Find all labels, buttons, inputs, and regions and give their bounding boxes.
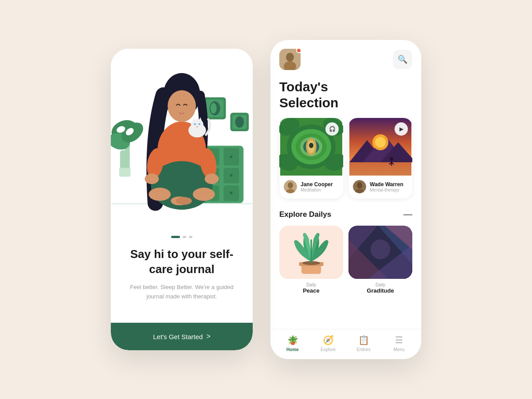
daily-peace-image bbox=[279, 226, 343, 279]
dot-active bbox=[171, 236, 180, 238]
explore-toggle[interactable]: — bbox=[403, 209, 412, 219]
dot-3 bbox=[189, 236, 192, 238]
svg-point-76 bbox=[390, 157, 393, 160]
jane-name: Jane Cooper bbox=[301, 181, 333, 188]
app-header: 🔍 bbox=[270, 40, 421, 74]
card-image-wade: ▶ bbox=[348, 118, 412, 176]
search-button[interactable]: 🔍 bbox=[393, 50, 412, 69]
svg-point-17 bbox=[230, 156, 232, 158]
explore-icon: 🧭 bbox=[323, 335, 334, 345]
right-phone-inner: 🔍 Today'sSelection bbox=[270, 40, 421, 359]
selection-card-wade[interactable]: ▶ Wade Warren bbox=[348, 118, 412, 199]
svg-point-81 bbox=[357, 182, 362, 188]
gratitude-illustration bbox=[348, 226, 412, 279]
todays-selection-title: Today'sSelection bbox=[279, 79, 412, 111]
nav-home[interactable]: 🪴 Home bbox=[281, 335, 305, 352]
svg-point-47 bbox=[194, 123, 196, 125]
selection-card-jane[interactable]: 🎧 Jane Cooper bbox=[279, 118, 343, 199]
peace-illustration bbox=[279, 226, 343, 279]
svg-point-40 bbox=[145, 173, 159, 184]
headphones-icon: 🎧 bbox=[325, 122, 339, 136]
jane-text: Jane Cooper Meditation bbox=[301, 181, 333, 192]
svg-point-94 bbox=[371, 239, 390, 259]
svg-point-34 bbox=[149, 188, 171, 201]
pagination bbox=[123, 236, 240, 238]
wade-category: Mental-therapy bbox=[370, 188, 403, 192]
nav-menu[interactable]: ☰ Menu bbox=[387, 335, 411, 352]
home-icon: 🪴 bbox=[287, 335, 298, 345]
daily-gratitude-name: Graditude bbox=[348, 287, 412, 294]
selection-cards-row: 🎧 Jane Cooper bbox=[279, 118, 412, 199]
wade-name: Wade Warren bbox=[370, 181, 403, 188]
entries-icon: 📋 bbox=[358, 335, 369, 345]
nav-explore[interactable]: 🧭 Explore bbox=[316, 335, 340, 352]
svg-point-41 bbox=[205, 173, 219, 184]
daily-gratitude-sub: Daily bbox=[348, 282, 412, 287]
onboarding-subtitle: Feel better. Sleep Better. We're a guide… bbox=[123, 283, 240, 301]
svg-point-25 bbox=[211, 103, 217, 113]
get-started-button[interactable]: Let's Get Started > bbox=[153, 332, 210, 340]
home-label: Home bbox=[286, 347, 299, 352]
section-heading-area: Today'sSelection bbox=[270, 74, 421, 118]
bottom-navigation: 🪴 Home 🧭 Explore 📋 Entires ☰ Menu bbox=[270, 329, 421, 359]
svg-point-37 bbox=[176, 197, 192, 205]
daily-gratitude-image bbox=[348, 226, 412, 279]
svg-point-49 bbox=[196, 126, 198, 128]
scroll-area[interactable]: 🎧 Jane Cooper bbox=[270, 118, 421, 329]
svg-point-21 bbox=[230, 192, 232, 194]
svg-point-28 bbox=[235, 116, 244, 128]
card-info-wade: Wade Warren Mental-therapy bbox=[348, 176, 412, 199]
nav-entries[interactable]: 📋 Entires bbox=[352, 335, 376, 352]
menu-icon: ☰ bbox=[395, 335, 403, 345]
card-image-jane: 🎧 bbox=[279, 118, 343, 176]
jane-category: Meditation bbox=[301, 188, 333, 192]
meditation-illustration bbox=[111, 49, 253, 225]
svg-point-42 bbox=[168, 90, 196, 122]
entries-label: Entires bbox=[356, 347, 370, 352]
cta-arrow-icon: > bbox=[206, 332, 210, 340]
play-icon[interactable]: ▶ bbox=[395, 122, 408, 136]
svg-point-35 bbox=[193, 188, 215, 201]
daily-cards-row: Daily Peace bbox=[279, 226, 412, 296]
svg-point-48 bbox=[198, 123, 200, 125]
daily-gratitude-label: Daily Graditude bbox=[348, 279, 412, 296]
notification-dot bbox=[296, 48, 301, 53]
onboarding-title: Say hi to your self-care journal bbox=[123, 247, 240, 277]
app-container: Say hi to your self-care journal Feel be… bbox=[0, 0, 532, 399]
jane-avatar bbox=[284, 180, 297, 193]
daily-card-peace[interactable]: Daily Peace bbox=[279, 226, 343, 296]
svg-point-61 bbox=[309, 143, 313, 148]
main-app-phone: 🔍 Today'sSelection bbox=[270, 40, 421, 359]
wade-avatar bbox=[353, 180, 366, 193]
user-avatar-wrapper[interactable] bbox=[279, 49, 301, 70]
left-phone-content: Say hi to your self-care journal Feel be… bbox=[111, 225, 253, 323]
cta-area[interactable]: Let's Get Started > bbox=[111, 323, 253, 350]
svg-point-74 bbox=[375, 137, 386, 148]
explore-label: Explore bbox=[321, 347, 336, 352]
illustration-area bbox=[111, 49, 253, 225]
daily-peace-name: Peace bbox=[279, 287, 343, 294]
svg-rect-75 bbox=[349, 162, 411, 176]
svg-point-67 bbox=[288, 182, 293, 188]
cta-label: Let's Get Started bbox=[153, 333, 203, 340]
svg-point-51 bbox=[286, 53, 294, 62]
daily-card-gratitude[interactable]: Daily Graditude bbox=[348, 226, 412, 296]
wade-text: Wade Warren Mental-therapy bbox=[370, 181, 403, 192]
explore-dailys-title: Explore Dailys bbox=[279, 210, 331, 219]
search-icon: 🔍 bbox=[398, 55, 407, 64]
svg-rect-3 bbox=[119, 168, 131, 177]
svg-point-19 bbox=[230, 174, 232, 176]
daily-peace-sub: Daily bbox=[279, 282, 343, 287]
menu-label: Menu bbox=[393, 347, 404, 352]
onboarding-phone: Say hi to your self-care journal Feel be… bbox=[111, 49, 253, 350]
daily-peace-label: Daily Peace bbox=[279, 279, 343, 296]
dot-2 bbox=[183, 236, 186, 238]
card-info-jane: Jane Cooper Meditation bbox=[279, 176, 343, 199]
explore-section-header: Explore Dailys — bbox=[279, 209, 412, 219]
